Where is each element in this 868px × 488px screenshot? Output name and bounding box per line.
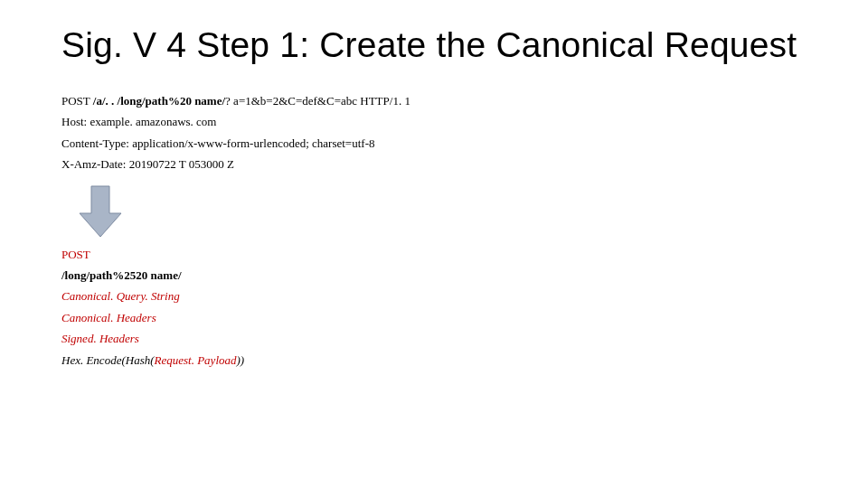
hexencode-hash-close: )) <box>237 353 245 367</box>
request-query-version: ? a=1&b=2&C=def&C=abc HTTP/1. 1 <box>225 94 410 108</box>
canonical-request-block: POST /long/path%2520 name/ Canonical. Qu… <box>61 244 814 371</box>
http-request-block: POST /a/. . /long/path%20 name/? a=1&b=2… <box>61 90 814 175</box>
canonical-signed-headers: Signed. Headers <box>61 328 814 349</box>
request-header-content-type: Content-Type: application/x-www-form-url… <box>61 133 814 154</box>
request-header-host: Host: example. amazonaws. com <box>61 111 814 132</box>
slide-title: Sig. V 4 Step 1: Create the Canonical Re… <box>61 25 814 65</box>
down-arrow-icon <box>76 184 125 239</box>
canonical-method: POST <box>61 244 814 265</box>
slide: Sig. V 4 Step 1: Create the Canonical Re… <box>0 0 868 488</box>
canonical-headers: Canonical. Headers <box>61 307 814 328</box>
canonical-payload-hash: Hex. Encode(Hash(Request. Payload)) <box>61 350 814 371</box>
request-line-1: POST /a/. . /long/path%20 name/? a=1&b=2… <box>61 90 814 111</box>
request-method: POST <box>61 94 93 108</box>
request-payload: Request. Payload <box>155 353 237 367</box>
canonical-uri: /long/path%2520 name/ <box>61 265 814 286</box>
request-header-x-amz-date: X-Amz-Date: 20190722 T 053000 Z <box>61 154 814 174</box>
canonical-query-string: Canonical. Query. String <box>61 286 814 306</box>
hexencode-hash-open: Hex. Encode(Hash( <box>61 353 155 367</box>
request-path-bold: /a/. . /long/path%20 name/ <box>93 94 225 108</box>
